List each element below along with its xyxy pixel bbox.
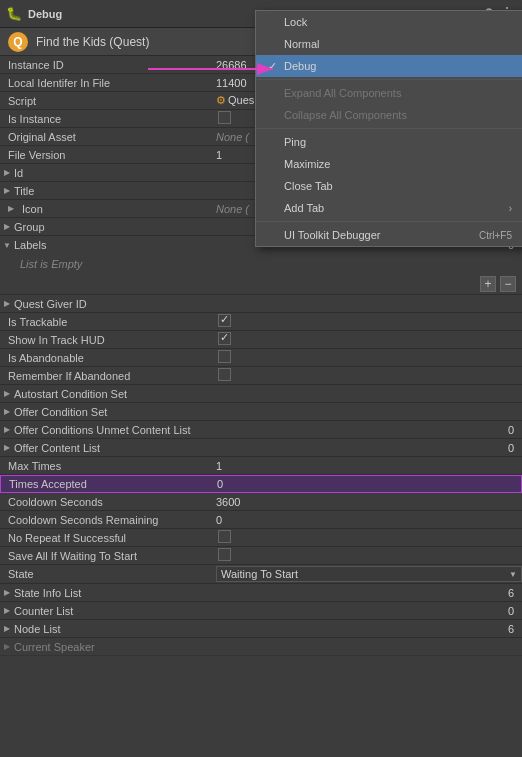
menu-item-debug[interactable]: ✓ Debug [256, 55, 522, 77]
context-menu-overlay: Lock Normal ✓ Debug Expand All Component… [0, 0, 522, 757]
debug-label: Debug [284, 60, 512, 72]
expand-all-label: Expand All Components [284, 87, 512, 99]
collapse-all-label: Collapse All Components [284, 109, 512, 121]
debug-check: ✓ [268, 60, 284, 73]
ping-label: Ping [284, 136, 512, 148]
ui-toolkit-shortcut: Ctrl+F5 [479, 230, 512, 241]
menu-item-ui-toolkit[interactable]: UI Toolkit Debugger Ctrl+F5 [256, 224, 522, 246]
close-tab-label: Close Tab [284, 180, 512, 192]
lock-label: Lock [284, 16, 512, 28]
ui-toolkit-label: UI Toolkit Debugger [284, 229, 479, 241]
menu-item-maximize[interactable]: Maximize [256, 153, 522, 175]
menu-item-expand-all: Expand All Components [256, 82, 522, 104]
maximize-label: Maximize [284, 158, 512, 170]
menu-item-ping[interactable]: Ping [256, 131, 522, 153]
menu-item-normal[interactable]: Normal [256, 33, 522, 55]
menu-item-lock[interactable]: Lock [256, 11, 522, 33]
context-menu: Lock Normal ✓ Debug Expand All Component… [255, 10, 522, 247]
menu-item-collapse-all: Collapse All Components [256, 104, 522, 126]
normal-label: Normal [284, 38, 512, 50]
separator-2 [256, 128, 522, 129]
menu-item-add-tab[interactable]: Add Tab › [256, 197, 522, 219]
add-tab-label: Add Tab [284, 202, 509, 214]
add-tab-arrow-icon: › [509, 203, 512, 214]
separator-1 [256, 79, 522, 80]
separator-3 [256, 221, 522, 222]
menu-item-close-tab[interactable]: Close Tab [256, 175, 522, 197]
